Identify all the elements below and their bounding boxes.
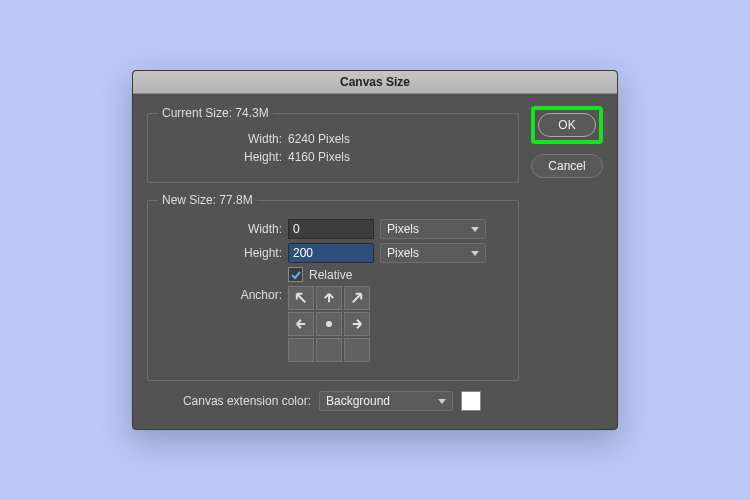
extension-color-swatch[interactable] [461, 391, 481, 411]
new-height-input[interactable] [288, 243, 374, 263]
extension-color-select[interactable]: Background [319, 391, 453, 411]
anchor-se[interactable] [344, 338, 370, 362]
dialog-title: Canvas Size [133, 71, 617, 94]
current-width-label: Width: [158, 132, 282, 146]
ok-highlight: OK [531, 106, 603, 144]
new-width-label: Width: [158, 222, 282, 236]
anchor-nw[interactable] [288, 286, 314, 310]
current-size-group: Current Size: 74.3M Width: 6240 Pixels H… [147, 106, 519, 183]
anchor-ne[interactable] [344, 286, 370, 310]
new-width-input[interactable] [288, 219, 374, 239]
dot-icon [326, 321, 332, 327]
relative-label: Relative [309, 268, 352, 282]
anchor-center[interactable] [316, 312, 342, 336]
new-height-unit-select[interactable]: Pixels [380, 243, 486, 263]
anchor-e[interactable] [344, 312, 370, 336]
canvas-size-dialog: Canvas Size Current Size: 74.3M Width: 6… [132, 70, 618, 430]
current-width-value: 6240 Pixels [288, 132, 368, 146]
current-height-value: 4160 Pixels [288, 150, 368, 164]
current-size-legend: Current Size: 74.3M [158, 106, 273, 120]
cancel-button[interactable]: Cancel [531, 154, 603, 178]
ok-button[interactable]: OK [538, 113, 596, 137]
anchor-sw[interactable] [288, 338, 314, 362]
new-width-unit-select[interactable]: Pixels [380, 219, 486, 239]
anchor-label: Anchor: [158, 286, 282, 302]
extension-color-label: Canvas extension color: [147, 394, 311, 408]
relative-checkbox[interactable] [288, 267, 303, 282]
anchor-grid [288, 286, 370, 362]
new-size-legend: New Size: 77.8M [158, 193, 257, 207]
anchor-w[interactable] [288, 312, 314, 336]
new-size-group: New Size: 77.8M Width: Pixels Height: Pi… [147, 193, 519, 381]
current-height-label: Height: [158, 150, 282, 164]
anchor-s[interactable] [316, 338, 342, 362]
new-height-label: Height: [158, 246, 282, 260]
anchor-n[interactable] [316, 286, 342, 310]
